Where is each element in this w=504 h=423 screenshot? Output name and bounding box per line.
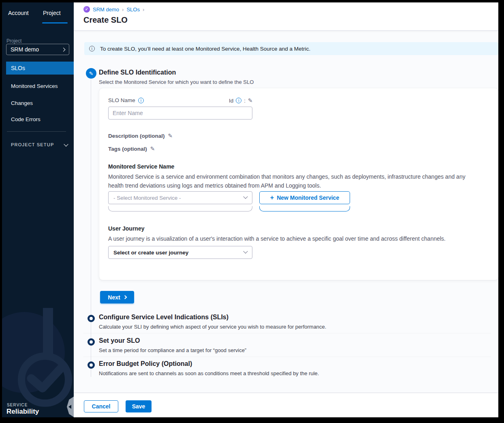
step-separator [83,333,491,333]
breadcrumb-project-link[interactable]: SRM demo [93,6,119,13]
description-label: Description (optional) [108,133,165,139]
sidebar: Account Project Project SRM demo SLOs Mo… [2,2,74,417]
new-monitored-service-label: New Monitored Service [277,194,339,201]
sidebar-scope-tabs: Account Project [2,8,74,23]
info-banner: To create SLO, you’ll need at least one … [84,42,498,55]
slo-identification-card: SLO Name Id : Description (optional) Tag… [99,88,498,280]
user-journey-select[interactable]: Select or create user journey [108,246,252,259]
tab-project[interactable]: Project [43,10,61,16]
monitored-service-description: Monitored Service is a service and envir… [108,172,478,190]
module-eyebrow: SERVICE [7,403,28,407]
edit-description-icon[interactable] [168,132,173,139]
step-slo-title: Set your SLO [99,337,140,344]
new-monitored-service-button[interactable]: New Monitored Service [259,191,350,204]
next-button-label: Next [108,294,120,301]
main-content: SRM demo SLOs Create SLO To create SLO, … [74,2,498,417]
step-indicator-slo[interactable] [88,338,95,346]
info-banner-text: To create SLO, you’ll need at least one … [100,46,310,52]
chevron-down-icon [64,142,68,146]
step1-subtitle: Select the Monitored Service for which y… [99,79,254,85]
save-button[interactable]: Save [126,400,152,412]
sidebar-item-monitored-services[interactable]: Monitored Services [2,83,74,89]
tab-project-active-underline [42,22,68,24]
chevron-right-icon [123,295,127,299]
ghost-button-edge [259,206,350,212]
sidebar-item-slos[interactable]: SLOs [6,62,74,75]
module-title: Reliability [6,408,39,416]
project-setup-label: PROJECT SETUP [11,142,54,147]
slo-name-label: SLO Name [108,97,135,103]
sidebar-item-changes[interactable]: Changes [2,100,74,106]
step-separator [83,357,491,357]
step-error-budget-subtitle: Notifications are sent to channels as so… [99,370,319,376]
slo-name-input[interactable] [108,107,252,120]
breadcrumb-separator-icon [143,6,144,13]
step-sli-title: Configure Service Level Indications (SLI… [99,314,229,321]
user-journey-description: A user journey is a visualization of a u… [108,234,478,243]
breadcrumb-slos-link[interactable]: SLOs [126,6,140,13]
user-journey-select-value: Select or create user journey [113,250,244,256]
monitored-service-select-placeholder: - Select Monitored Service - [113,195,244,201]
chevron-left-icon [68,405,71,409]
wizard-connector-line [91,79,91,377]
tags-label: Tags (optional) [108,146,147,152]
tags-toggle[interactable]: Tags (optional) [108,145,155,152]
id-separator: : [244,98,246,104]
step-indicator-sli[interactable] [88,315,95,322]
tab-account[interactable]: Account [8,10,29,16]
monitored-service-select[interactable]: - Select Monitored Service - [108,191,252,204]
project-selector[interactable]: SRM demo [6,44,69,55]
monitored-service-name-label: Monitored Service Name [108,163,174,170]
step-slo-subtitle: Set a time period for compliance and a t… [99,347,246,353]
sidebar-divider [7,131,66,132]
project-section-label: Project [6,38,21,44]
ghost-select-edge [108,206,252,212]
cancel-button[interactable]: Cancel [84,400,118,412]
action-footer: Cancel Save [74,393,498,417]
breadcrumb: SRM demo SLOs [83,6,144,13]
step-sli-subtitle: Calculate your SLI by defining which asp… [99,324,326,330]
info-icon[interactable] [236,98,241,103]
slo-name-label-row: SLO Name [108,97,144,103]
next-button[interactable]: Next [100,291,134,303]
breadcrumb-separator-icon [122,6,124,13]
app-window: Account Project Project SRM demo SLOs Mo… [0,0,504,423]
id-label-row: Id : [229,97,253,104]
chevron-right-icon [62,47,66,51]
edit-id-icon[interactable] [248,97,253,104]
project-setup-toggle[interactable]: PROJECT SETUP [11,142,68,147]
info-icon [89,46,95,51]
page-header: SRM demo SLOs Create SLO [74,2,498,31]
step1-edit-icon [86,68,96,79]
project-selector-value: SRM demo [11,46,39,53]
step1-title: Define SLO Identification [99,69,176,76]
description-toggle[interactable]: Description (optional) [108,132,173,139]
sidebar-item-code-errors[interactable]: Code Errors [2,116,74,122]
id-label: Id [229,98,233,104]
step-error-budget-title: Error Budget Policy (Optional) [99,360,192,367]
sidebar-collapse-button[interactable] [67,396,74,417]
edit-tags-icon[interactable] [150,145,155,152]
chevron-down-icon [243,249,248,254]
plus-icon [270,194,274,201]
reliability-watermark-icon [2,292,74,417]
srm-module-icon [83,6,90,13]
page-title: Create SLO [83,15,128,25]
info-icon[interactable] [138,98,144,103]
chevron-down-icon [243,194,248,199]
step-indicator-error-budget[interactable] [88,361,95,369]
user-journey-label: User Journey [108,225,144,232]
